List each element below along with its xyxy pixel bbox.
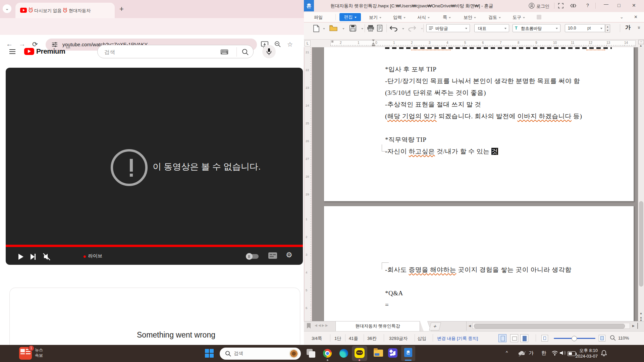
onedrive-offline-icon[interactable] <box>518 351 526 357</box>
start-button[interactable] <box>205 349 214 358</box>
hscroll-right-icon[interactable]: ▶ <box>631 323 636 328</box>
keyboard-icon[interactable] <box>220 49 228 55</box>
zoom-out-button[interactable] <box>541 335 548 342</box>
undo-caret[interactable] <box>402 28 404 29</box>
search-icon[interactable] <box>242 49 249 55</box>
play-icon[interactable] <box>14 251 26 263</box>
task-view-icon[interactable] <box>307 349 315 358</box>
new-document-caret[interactable] <box>323 28 325 29</box>
bookmark-star-icon[interactable]: ☆ <box>287 41 293 48</box>
document-page-4[interactable]: -회사도 증명을 해야하는 곳이지 경험을 쌓는 곳이 아니라 생각함 *Q&A… <box>324 206 634 321</box>
toolbar-overflow-icon[interactable]: » <box>637 26 642 29</box>
video-player[interactable]: 이 동영상은 볼 수 없습니다. 라이브 || ⚙ <box>6 68 303 265</box>
style-combo[interactable]: 바탕글 <box>426 24 470 32</box>
menu-view[interactable]: 보기 <box>369 14 381 20</box>
print-preview-icon[interactable] <box>377 25 382 32</box>
hwp-taskbar-icon[interactable]: 흔 <box>404 348 412 357</box>
minimize-icon[interactable]: — <box>604 1 608 7</box>
login-button[interactable]: 로그인 <box>536 3 549 9</box>
scroll-down-icon[interactable]: ▼ <box>639 312 643 315</box>
horizontal-scrollbar[interactable] <box>472 323 630 329</box>
edge-icon[interactable] <box>339 349 348 358</box>
undo-icon[interactable] <box>390 25 398 32</box>
menu-page[interactable]: 쪽 <box>443 14 451 20</box>
back-icon[interactable]: ← <box>6 40 13 48</box>
font-combo[interactable]: T 함초롬바탕 <box>513 24 560 32</box>
size-spinner[interactable]: ▲▼ <box>605 24 610 33</box>
open-folder-icon[interactable] <box>329 25 337 32</box>
live-label[interactable]: 라이브 <box>88 253 102 259</box>
close-window-icon[interactable]: ✕ <box>632 3 636 8</box>
bookmark-icon[interactable] <box>307 323 311 329</box>
notification-bell-icon[interactable] <box>601 350 607 356</box>
zoom-magnifier-icon[interactable] <box>610 335 616 341</box>
news-label-1[interactable]: 뉴스 <box>35 347 43 353</box>
youtube-premium-wordmark[interactable]: Premium <box>36 47 65 55</box>
hscroll-left-icon[interactable]: ◀ <box>468 323 472 328</box>
progress-bar[interactable] <box>6 245 303 247</box>
tab-nav-arrows[interactable]: ◀◀▶▶ <box>315 323 329 327</box>
login-person-icon[interactable] <box>529 3 535 9</box>
menubar-close-icon[interactable]: ✕ <box>634 14 638 19</box>
mute-icon[interactable] <box>41 251 53 263</box>
kakaotalk-icon[interactable]: TALK <box>355 348 365 358</box>
open-caret[interactable] <box>342 28 344 29</box>
print-icon[interactable] <box>367 25 374 32</box>
margin-marker[interactable] <box>331 41 333 43</box>
new-tab-icon[interactable]: + <box>119 5 124 13</box>
horizontal-ruler[interactable]: 2101234567891011121314 <box>330 40 636 46</box>
help-icon[interactable]: ? <box>586 3 589 8</box>
youtube-search-input[interactable]: 검색 <box>97 45 254 58</box>
font-size-combo[interactable]: 10.0 pt ▲▼ <box>565 24 605 32</box>
wifi-icon[interactable] <box>551 350 558 356</box>
view-mode-width-button[interactable] <box>510 334 518 342</box>
maximize-icon[interactable]: □ <box>618 3 620 8</box>
redo-icon[interactable] <box>408 25 416 32</box>
chrome-icon[interactable] <box>323 349 332 358</box>
taskbar-search[interactable]: 검색 <box>220 348 301 360</box>
menubar-collapse-icon[interactable]: ⌄ <box>620 14 624 19</box>
new-document-icon[interactable] <box>313 25 319 32</box>
autoplay-toggle[interactable]: || <box>247 254 259 259</box>
zoom-slider-knob[interactable] <box>572 336 577 341</box>
rep-style-combo[interactable]: 대표 <box>474 24 509 32</box>
youtube-logo-icon[interactable] <box>24 48 34 55</box>
menu-input[interactable]: 입력 <box>393 14 406 20</box>
menu-file[interactable]: 파일 <box>314 14 323 20</box>
browser-tab[interactable]: 다시보기 없음 현대자동차 ✕ <box>15 3 115 18</box>
menu-edit-active[interactable]: 편집 <box>339 13 361 21</box>
news-label-2[interactable]: 속보 <box>35 353 43 358</box>
char-format-button[interactable]: 가 <box>625 24 631 31</box>
settings-gear-icon[interactable]: ⚙ <box>286 251 292 259</box>
menu-security[interactable]: 보안 <box>464 14 476 20</box>
volume-icon[interactable] <box>559 350 566 356</box>
document-tab[interactable]: 현대자동차 렛유인특강 <box>335 321 420 331</box>
menu-tools[interactable]: 도구 <box>513 14 525 20</box>
hamburger-menu-icon[interactable] <box>9 49 15 55</box>
document-viewport[interactable]: *입사 후 포부 TIP -단기/장기적인 목표를 나눠서 본인이 생각한 분명… <box>312 47 638 321</box>
save-caret[interactable] <box>361 28 363 29</box>
zoom-slider[interactable] <box>554 338 595 339</box>
scrollbar-thumb[interactable] <box>639 201 643 287</box>
forward-icon[interactable]: → <box>19 40 25 48</box>
tab-type-button[interactable]: L <box>305 40 311 46</box>
fullscreen-icon[interactable] <box>558 3 564 8</box>
zoom-icon[interactable] <box>274 41 281 48</box>
ime-han-icon[interactable]: 한 <box>541 350 546 356</box>
status-track-changes[interactable]: 변경 내용 [기록 중지] <box>437 336 478 342</box>
site-info-tune-icon[interactable] <box>52 42 58 47</box>
status-insert-mode[interactable]: 삽입 <box>418 336 426 342</box>
captions-icon[interactable] <box>268 252 277 259</box>
ime-a-icon[interactable]: 가 <box>529 350 534 356</box>
hscroll-thumb[interactable] <box>474 324 625 328</box>
vertical-ruler[interactable]: 212223242526272829123456 <box>305 47 311 321</box>
scroll-up-icon[interactable]: ▲ <box>638 44 643 47</box>
indent-marker[interactable] <box>372 40 375 47</box>
tray-expand-icon[interactable]: ^ <box>506 350 508 355</box>
view-mode-page-button[interactable] <box>498 334 506 342</box>
menu-review[interactable]: 검토 <box>488 14 501 20</box>
menu-format[interactable]: 서식 <box>417 14 430 20</box>
clock[interactable]: 오후 8:10 2024-03-07 <box>570 348 598 359</box>
document-page-3[interactable]: *입사 후 포부 TIP -단기/장기적인 목표를 나눠서 본인이 생각한 분명… <box>324 47 634 201</box>
blue-app-icon[interactable] <box>388 348 397 358</box>
